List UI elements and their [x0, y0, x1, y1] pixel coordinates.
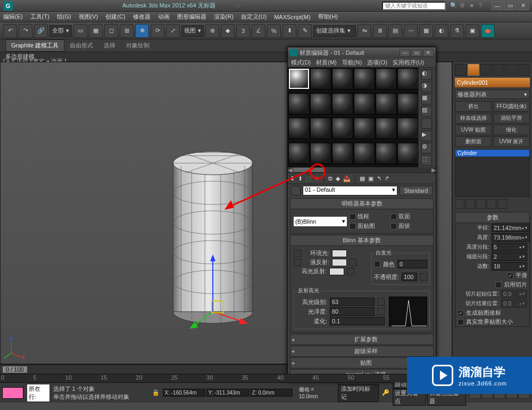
close-button[interactable]: ✕ — [517, 2, 529, 10]
facemap-checkbox[interactable] — [350, 223, 356, 229]
menu-item[interactable]: 自定义(U) — [241, 13, 267, 21]
material-type-button[interactable]: Standard — [400, 186, 433, 195]
selfillum-spinner[interactable]: 0 — [397, 260, 427, 268]
make-unique-button[interactable]: ◆ — [336, 175, 340, 182]
angle-snap-button[interactable]: ∠ — [252, 24, 265, 38]
video-color-button[interactable] — [421, 118, 432, 129]
rollout-header[interactable]: Blinn 基本参数 — [290, 235, 433, 246]
menu-item[interactable]: 视图(V) — [79, 13, 98, 21]
menu-item[interactable]: 组(G) — [57, 13, 71, 21]
mirror-button[interactable]: ⇋ — [358, 24, 371, 38]
go-forward-button[interactable]: ↱ — [385, 175, 389, 182]
sample-slot[interactable] — [376, 68, 397, 89]
coord-y[interactable]: Y: -311.343m — [206, 389, 249, 397]
twosided-checkbox[interactable] — [390, 214, 397, 220]
menu-item[interactable]: 编辑(E) — [3, 13, 23, 21]
sample-slot[interactable] — [397, 68, 419, 89]
select-button[interactable]: ▭ — [73, 24, 87, 38]
sample-slot[interactable] — [354, 68, 375, 89]
mat-menu-item[interactable]: 实用程序(U) — [393, 59, 424, 67]
render-frame-button[interactable]: ▣ — [466, 24, 479, 38]
sample-slot[interactable] — [376, 143, 397, 164]
sample-slot[interactable] — [310, 118, 331, 139]
get-material-button[interactable]: ⬇ — [290, 175, 295, 182]
mat-close-button[interactable]: ✕ — [423, 49, 434, 56]
mat-menu-item[interactable]: 导航(N) — [342, 59, 362, 67]
mod-btn[interactable]: FFD(圆柱体) — [493, 101, 530, 112]
selfillum-color-checkbox[interactable] — [374, 261, 380, 267]
hierarchy-tab[interactable] — [480, 64, 492, 76]
render-button[interactable]: 🫖 — [481, 24, 495, 38]
menu-item[interactable]: 创建(C) — [105, 13, 125, 21]
hseg-spinner[interactable]: 5▲▼ — [492, 243, 527, 251]
speclevel-map-button[interactable] — [377, 298, 385, 306]
soften-spinner[interactable]: 0.1 — [330, 317, 385, 325]
mod-btn[interactable]: 细化 — [493, 125, 530, 135]
sample-slot[interactable] — [288, 68, 310, 89]
background-button[interactable]: ▦ — [421, 94, 432, 104]
sample-slot[interactable] — [397, 93, 419, 114]
undo-button[interactable]: ↶ — [3, 24, 17, 38]
sample-slot[interactable] — [354, 143, 375, 164]
sides-spinner[interactable]: 18▲▼ — [492, 262, 527, 270]
material-editor-button[interactable]: ◐ — [435, 24, 448, 38]
spinner-snap-button[interactable]: ⬍ — [282, 24, 296, 38]
time-slider-thumb[interactable]: 0 / 100 — [2, 366, 28, 373]
sample-slot[interactable] — [397, 143, 419, 164]
menu-item[interactable]: 动画 — [158, 13, 170, 21]
sample-scrollbar[interactable]: ◀▶ — [288, 167, 436, 173]
move-button[interactable]: ✥ — [135, 24, 149, 38]
motion-tab[interactable] — [493, 64, 504, 76]
edit-sel-button[interactable]: ✎ — [298, 24, 312, 38]
select-rect-button[interactable]: ◻ — [104, 24, 118, 38]
curve-editor-button[interactable]: 〰 — [404, 24, 418, 38]
sample-slot[interactable] — [288, 118, 310, 139]
sample-slot[interactable] — [397, 118, 419, 139]
sample-slot[interactable] — [332, 143, 353, 164]
window-crossing-button[interactable]: ⊞ — [120, 24, 134, 38]
ribbon-tab-select[interactable]: 选择 — [98, 40, 121, 51]
faceted-checkbox[interactable] — [390, 223, 397, 229]
modify-tab[interactable] — [468, 64, 479, 76]
sliceto-spinner[interactable]: 0.0▲▼ — [501, 299, 527, 308]
sample-slot[interactable] — [310, 93, 331, 114]
sample-type-button[interactable]: ◐ — [421, 69, 432, 80]
ribbon-tab-freeform[interactable]: 自由形式 — [64, 40, 98, 51]
mod-btn[interactable]: 样条线选择 — [455, 113, 492, 124]
sample-slot[interactable] — [332, 93, 353, 114]
align-button[interactable]: ≣ — [373, 24, 387, 38]
mod-btn[interactable]: 挤出 — [455, 101, 492, 112]
selection-filter-dropdown[interactable]: 全部▾ — [49, 25, 72, 37]
mod-btn[interactable]: UVW 展开 — [493, 136, 530, 147]
rollout-supersample[interactable]: +超级采样 — [290, 346, 434, 357]
rollout-extended[interactable]: +扩展参数 — [290, 334, 434, 345]
reset-button[interactable]: ✕ — [314, 175, 319, 182]
snap-toggle[interactable]: 3 — [236, 24, 250, 38]
sample-slot[interactable] — [376, 93, 397, 114]
radius-spinner[interactable]: 21.142mm▲▼ — [492, 224, 530, 232]
select-name-button[interactable]: ▦ — [89, 24, 103, 38]
show-map-button[interactable]: ▦ — [360, 175, 365, 182]
minimize-button[interactable]: — — [492, 2, 503, 10]
pin-stack-button[interactable] — [455, 199, 464, 209]
specular-swatch[interactable] — [329, 268, 344, 275]
gloss-spinner[interactable]: 80 — [330, 307, 375, 316]
modifier-stack[interactable]: Cylinder — [455, 149, 530, 197]
object-name-field[interactable]: Cylinder001 — [455, 78, 530, 87]
select-by-mat-button[interactable]: ⬚ — [421, 155, 432, 166]
params-header[interactable]: 参数 — [455, 212, 529, 223]
remove-mod-button[interactable] — [487, 199, 496, 209]
mat-menu-item[interactable]: 材质(M) — [316, 59, 337, 67]
menu-item[interactable]: 工具(T) — [30, 13, 49, 21]
put-to-lib-button[interactable]: 📥 — [343, 175, 351, 182]
put-to-scene-button[interactable]: ⬆ — [298, 175, 303, 182]
create-tab[interactable] — [455, 64, 467, 76]
menu-item[interactable]: 图形编辑器 — [177, 13, 206, 21]
modifier-list-dropdown[interactable]: 修改器列表▾ — [455, 89, 530, 99]
ref-coord-dropdown[interactable]: 视图▾ — [181, 25, 204, 37]
realworld-checkbox[interactable] — [458, 319, 464, 325]
mat-menu-item[interactable]: 选项(O) — [367, 59, 387, 67]
mat-menu-item[interactable]: 模式(D) — [291, 59, 311, 67]
specular-map-button[interactable] — [347, 268, 354, 275]
assign-to-selection-button[interactable]: ⬚ — [306, 175, 311, 182]
